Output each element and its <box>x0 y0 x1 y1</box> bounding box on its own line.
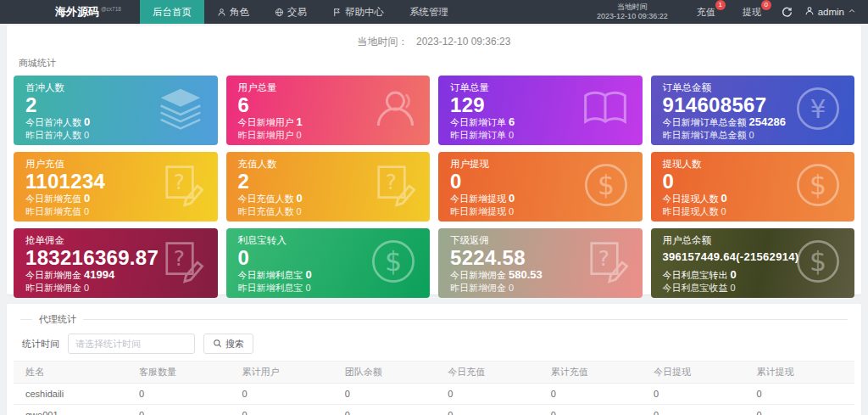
top-navbar: 海外源码@cx718 后台首页 角色 交易 <box>0 0 868 24</box>
local-time-label: 当地时间： <box>358 36 409 48</box>
doc-edit-icon: ? <box>162 163 204 210</box>
stat-card-interest-transfer-in: 利息宝转入 0 今日新增利息宝0 昨日新增利息宝0 $ <box>226 228 431 298</box>
doc-edit-icon: ? <box>587 239 629 287</box>
table-row: ceshidaili0 00 00 00 <box>14 384 854 405</box>
time-filter-label: 统计时间 <box>22 338 59 351</box>
yen-circle-icon: ¥ <box>795 86 841 135</box>
navbar-right: 当地时间 2023-12-10 09:36:22 充值 1 提现 0 admin <box>597 0 868 24</box>
app-logo-sup: @cx718 <box>101 6 121 12</box>
agent-table-header-row: 姓名 客服数量 累计用户 团队余额 今日充值 累计充值 今日提现 累计提现 <box>14 362 854 384</box>
chevron-up-icon <box>848 7 856 17</box>
agent-filter-form: 统计时间 搜索 <box>22 334 854 354</box>
menu-item-system[interactable]: 系统管理 <box>397 0 461 24</box>
menu-item-trade[interactable]: 交易 <box>262 0 320 24</box>
svg-text:?: ? <box>598 246 609 271</box>
svg-text:$: $ <box>385 246 402 277</box>
svg-text:?: ? <box>173 170 184 194</box>
recharge-button[interactable]: 充值 1 <box>697 6 715 19</box>
main-menu: 后台首页 角色 交易 帮助中心 <box>140 0 461 24</box>
menu-item-dashboard[interactable]: 后台首页 <box>140 0 204 24</box>
user-icon <box>804 6 815 18</box>
stats-panel: 当地时间： 2023-12-10 09:36:23 商城统计 首冲人数 2 今日… <box>7 25 861 294</box>
stat-cards-grid: 首冲人数 2 今日首冲人数0 昨日首冲人数0 用户总量 6 今日新增用户1 昨日… <box>14 76 854 298</box>
stat-card-total-orders: 订单总量 129 今日新增订单6 昨日新增订单0 <box>438 76 643 145</box>
local-time-line: 当地时间： 2023-12-10 09:36:23 <box>7 25 861 49</box>
stat-card-withdraw-users: 提现人数 0 今日提现人数0 昨日提现人数0 $ <box>651 152 855 222</box>
col-total-recharge: 累计充值 <box>546 362 648 384</box>
svg-text:$: $ <box>597 170 614 200</box>
col-total-withdraw: 累计提现 <box>752 362 854 384</box>
agent-table: 姓名 客服数量 累计用户 团队余额 今日充值 累计充值 今日提现 累计提现 ce… <box>14 361 854 415</box>
navbar-local-time: 当地时间 2023-12-10 09:36:22 <box>597 3 668 22</box>
agent-panel: 代理统计 统计时间 搜索 姓名 客服数量 累计用户 团队余额 今日充值 累计充值 <box>7 304 861 415</box>
dollar-circle-icon: $ <box>370 238 416 288</box>
user-menu[interactable]: admin <box>804 6 856 18</box>
person-icon <box>217 8 226 17</box>
svg-text:?: ? <box>386 170 397 194</box>
menu-item-roles[interactable]: 角色 <box>204 0 262 24</box>
agent-section-title: 代理统计 <box>32 313 83 326</box>
withdraw-badge: 0 <box>761 0 771 10</box>
table-row: qwe0010 00 00 00 <box>14 405 854 415</box>
stat-card-user-total-balance: 用户总余额 396157449.64(-21562914) 今日利息宝转出0 今… <box>651 228 855 298</box>
dollar-circle-icon: $ <box>795 162 841 211</box>
stat-card-user-recharge: 用户充值 1101234 今日新增充值0 昨日新增充值0 ? <box>14 152 218 222</box>
recharge-badge: 1 <box>715 0 726 10</box>
users-icon <box>367 87 416 134</box>
svg-text:?: ? <box>173 246 184 271</box>
dollar-circle-icon: $ <box>583 162 629 211</box>
stat-card-total-users: 用户总量 6 今日新增用户1 昨日新增用户0 <box>226 76 431 145</box>
dollar-circle-icon: $ <box>795 238 841 288</box>
col-today-withdraw: 今日提现 <box>648 362 751 384</box>
local-time-value: 2023-12-10 09:36:23 <box>416 36 510 48</box>
col-today-recharge: 今日充值 <box>442 362 545 384</box>
col-service-count: 客服数量 <box>134 362 236 384</box>
time-filter-input[interactable] <box>68 334 195 354</box>
svg-text:¥: ¥ <box>810 95 826 124</box>
menu-item-help-center[interactable]: 帮助中心 <box>320 0 397 24</box>
refresh-icon[interactable] <box>782 7 793 18</box>
doc-edit-icon: ? <box>374 163 416 210</box>
search-button[interactable]: 搜索 <box>203 334 253 354</box>
stat-card-sub-commission: 下级返佣 5224.58 今日新增佣金580.53 昨日新增佣金0 ? <box>438 228 643 298</box>
globe-icon <box>275 8 284 17</box>
app-logo: 海外源码@cx718 <box>0 0 140 24</box>
layers-icon <box>157 87 204 134</box>
svg-text:$: $ <box>810 170 826 200</box>
doc-edit-icon: ? <box>162 239 204 287</box>
withdraw-button[interactable]: 提现 0 <box>743 6 761 19</box>
stat-card-first-charge-users: 首冲人数 2 今日首冲人数0 昨日首冲人数0 <box>14 76 218 145</box>
open-book-icon <box>581 88 629 132</box>
stats-section-title: 商城统计 <box>19 57 861 70</box>
stat-card-order-commission: 抢单佣金 183216369.87 今日新增佣金41994 昨日新增佣金0 ? <box>14 228 218 298</box>
agent-section-divider: 代理统计 <box>20 319 848 320</box>
col-name: 姓名 <box>14 362 134 384</box>
col-team-balance: 团队余额 <box>340 362 442 384</box>
search-icon <box>213 339 222 350</box>
username: admin <box>818 7 844 17</box>
flag-icon <box>332 8 342 17</box>
stat-card-recharge-users: 充值人数 2 今日充值人数0 昨日充值人数0 ? <box>226 152 431 222</box>
stat-card-order-total-amount: 订单总金额 914608567 今日新增订单总金额254286 昨日新增订单总金… <box>651 76 855 145</box>
svg-text:$: $ <box>810 246 826 277</box>
stat-card-user-withdraw: 用户提现 0 今日新增提现0 昨日新增提现0 $ <box>438 152 643 222</box>
app-logo-text: 海外源码 <box>55 4 99 20</box>
col-total-users: 累计用户 <box>236 362 339 384</box>
